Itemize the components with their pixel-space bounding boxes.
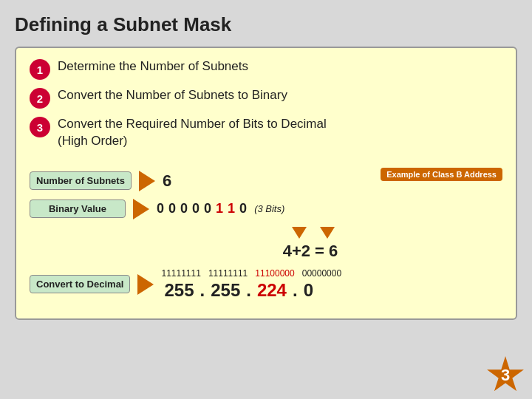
decimal-255-1: 255 bbox=[164, 280, 194, 301]
step-3-text: Convert the Required Number of Bits to D… bbox=[58, 116, 327, 150]
star-badge: 3 bbox=[486, 356, 525, 395]
step-2-circle: 2 bbox=[30, 88, 50, 109]
page-title: Defining a Subnet Mask bbox=[15, 13, 517, 36]
step-2-row: 2 Convert the Number of Subnets to Binar… bbox=[30, 87, 502, 109]
bit-0: 0 bbox=[157, 201, 164, 216]
decimal-255-2: 255 bbox=[211, 280, 240, 301]
page: Defining a Subnet Mask 1 Determine the N… bbox=[0, 0, 532, 399]
decimal-binary-line: 11111111 11111111 11100000 00000000 bbox=[161, 268, 341, 279]
main-card: 1 Determine the Number of Subnets 2 Conv… bbox=[15, 47, 517, 320]
step-1-circle: 1 bbox=[30, 59, 50, 80]
binary-row: Binary Value 0 0 0 0 0 1 1 0 (3 Bits) bbox=[30, 199, 502, 219]
step-3-row: 3 Convert the Required Number of Bits to… bbox=[30, 116, 502, 150]
bit-3: 0 bbox=[192, 201, 200, 216]
decimal-values-row: 255 . 255 . 224 . 0 bbox=[161, 280, 341, 301]
bit-7: 0 bbox=[239, 201, 247, 216]
sum-text: 4+2 = 6 bbox=[118, 242, 502, 261]
subnets-label: Number of Subnets bbox=[30, 171, 132, 190]
step-1-row: 1 Determine the Number of Subnets bbox=[30, 58, 502, 80]
decimal-0: 0 bbox=[304, 280, 313, 301]
decimal-dot-1: . bbox=[200, 280, 205, 301]
step-1-text: Determine the Number of Subnets bbox=[58, 58, 248, 75]
decimal-dot-2: . bbox=[246, 280, 251, 301]
example-badge: Example of Class B Address bbox=[381, 168, 502, 181]
decimal-row: Convert to Decimal 11111111 11111111 111… bbox=[30, 268, 502, 301]
step-3-circle: 3 bbox=[30, 117, 50, 137]
bit-1: 0 bbox=[168, 201, 176, 216]
binary-label: Binary Value bbox=[30, 200, 126, 218]
decimal-dot-3: . bbox=[293, 280, 298, 301]
subnets-arrow bbox=[139, 171, 155, 191]
arrow-down-2 bbox=[320, 227, 335, 239]
decimal-arrow bbox=[137, 274, 154, 295]
binary-bits: 0 0 0 0 0 1 1 0 (3 Bits) bbox=[157, 201, 284, 216]
star-number: 3 bbox=[501, 366, 510, 385]
bit-5: 1 bbox=[216, 201, 223, 216]
bits-note: (3 Bits) bbox=[254, 203, 284, 214]
star-badge-wrap: 3 bbox=[486, 356, 525, 395]
bit-4: 0 bbox=[204, 201, 211, 216]
decimal-label: Convert to Decimal bbox=[30, 275, 130, 293]
arrow-down-1 bbox=[292, 227, 307, 239]
data-rows: Number of Subnets 6 Binary Value 0 0 0 0… bbox=[30, 171, 502, 301]
subnets-value: 6 bbox=[163, 171, 171, 191]
decimal-224: 224 bbox=[257, 280, 287, 301]
bit-2: 0 bbox=[180, 201, 188, 216]
example-section: Example of Class B Address Number of Sub… bbox=[30, 171, 502, 301]
bit-6: 1 bbox=[228, 201, 235, 216]
step-2-text: Convert the Number of Subnets to Binary bbox=[58, 87, 287, 104]
binary-arrow bbox=[133, 199, 149, 219]
